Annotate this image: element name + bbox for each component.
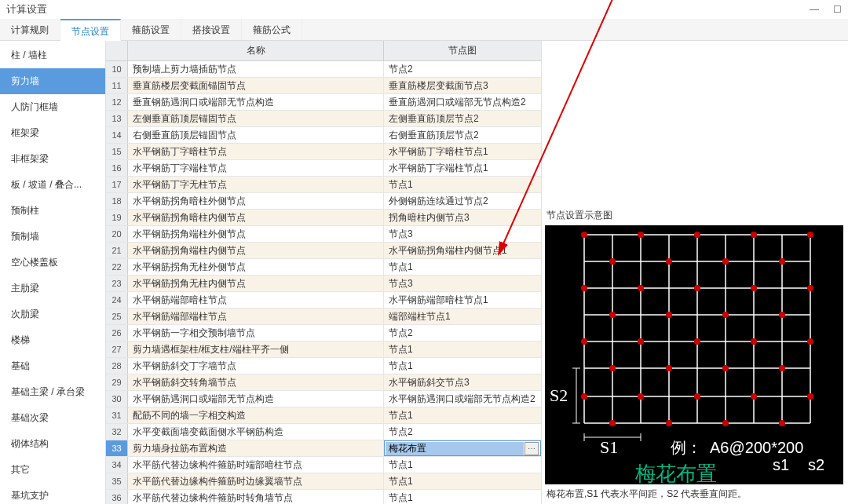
tab-4[interactable]: 箍筋公式	[242, 19, 302, 40]
row-node[interactable]: 水平钢筋遇洞口或端部无节点构造2	[384, 391, 541, 407]
table-row[interactable]: 26水平钢筋一字相交预制墙节点节点2	[106, 325, 541, 341]
row-node[interactable]: 节点1	[384, 341, 541, 357]
sidebar-item-4[interactable]: 非框架梁	[0, 146, 105, 172]
row-node[interactable]: 节点2	[384, 325, 541, 341]
row-node[interactable]: 节点1	[384, 490, 541, 504]
svg-point-38	[694, 338, 700, 345]
row-node[interactable]: 节点1	[384, 177, 541, 192]
table-row[interactable]: 36水平筋代替边缘构件箍筋时转角墙节点节点1	[106, 490, 541, 504]
table-row[interactable]: 30水平钢筋遇洞口或端部无节点构造水平钢筋遇洞口或端部无节点构造2	[106, 391, 541, 407]
sidebar-item-10[interactable]: 次肋梁	[0, 301, 105, 327]
table-row[interactable]: 14右侧垂直筋顶层锚固节点右侧垂直筋顶层节点2	[106, 127, 541, 144]
table-body[interactable]: 10预制墙上剪力墙插筋节点节点211垂直筋楼层变截面锚固节点垂直筋楼层变截面节点…	[106, 61, 541, 504]
sidebar-item-3[interactable]: 框架梁	[0, 120, 105, 146]
sidebar-item-6[interactable]: 预制柱	[0, 198, 105, 224]
row-node[interactable]: 水平钢筋拐角端柱内侧节点1	[384, 243, 541, 258]
row-name: 水平筋代替边缘构件箍筋时端部暗柱节点	[128, 457, 384, 473]
table-row[interactable]: 11垂直筋楼层变截面锚固节点垂直筋楼层变截面节点3	[106, 78, 541, 94]
sidebar-item-17[interactable]: 基坑支护	[0, 483, 105, 504]
sidebar-item-2[interactable]: 人防门框墙	[0, 94, 105, 120]
row-node[interactable]: 拐角暗柱内侧节点3	[384, 210, 541, 225]
row-node[interactable]: 垂直筋楼层变截面节点3	[384, 78, 541, 93]
row-node[interactable]: 右侧垂直筋顶层节点2	[384, 127, 541, 143]
row-node[interactable]: 节点1	[384, 358, 541, 374]
svg-point-35	[779, 312, 785, 318]
table-row[interactable]: 31配筋不同的墙一字相交构造节点1	[106, 407, 541, 424]
tab-0[interactable]: 计算规则	[0, 19, 60, 40]
row-node[interactable]: 节点2	[384, 424, 541, 440]
table-row[interactable]: 35水平筋代替边缘构件箍筋时边缘翼墙节点节点1	[106, 473, 541, 490]
row-node[interactable]: 水平钢筋斜交节点3	[384, 374, 541, 390]
node-input[interactable]	[386, 442, 524, 455]
row-node[interactable]: 节点1	[384, 259, 541, 275]
table-row[interactable]: 19水平钢筋拐角暗柱内侧节点拐角暗柱内侧节点3	[106, 210, 541, 226]
svg-point-26	[779, 258, 785, 265]
sidebar-item-15[interactable]: 砌体结构	[0, 431, 105, 457]
row-node[interactable]: 节点1	[384, 473, 541, 489]
svg-point-21	[751, 232, 757, 238]
row-number: 17	[106, 177, 128, 192]
sidebar-item-13[interactable]: 基础主梁 / 承台梁	[0, 379, 105, 405]
table-row[interactable]: 25水平钢筋端部端柱节点端部端柱节点1	[106, 309, 541, 325]
sidebar-item-14[interactable]: 基础次梁	[0, 405, 105, 431]
row-node[interactable]: 水平钢筋端部暗柱节点1	[384, 292, 541, 308]
sidebar-item-9[interactable]: 主肋梁	[0, 276, 105, 301]
row-number: 36	[106, 490, 128, 504]
row-node[interactable]: 节点1	[384, 457, 541, 473]
sidebar-item-5[interactable]: 板 / 坡道 / 叠合...	[0, 172, 105, 198]
label-big: 梅花布置	[634, 462, 717, 484]
svg-point-41	[609, 365, 616, 371]
table-row[interactable]: 22水平钢筋拐角无柱外侧节点节点1	[106, 259, 541, 276]
tab-1[interactable]: 节点设置	[60, 19, 121, 41]
table-row[interactable]: 18水平钢筋拐角暗柱外侧节点外侧钢筋连续通过节点2	[106, 193, 541, 210]
table-row[interactable]: 10预制墙上剪力墙插筋节点节点2	[106, 61, 541, 78]
row-name: 水平钢筋拐角无柱内侧节点	[128, 276, 384, 291]
maximize-icon[interactable]: ☐	[833, 4, 842, 15]
table-row[interactable]: 28水平钢筋斜交丁字墙节点节点1	[106, 358, 541, 374]
sidebar-item-0[interactable]: 柱 / 墙柱	[0, 42, 105, 68]
row-name: 水平钢筋斜交丁字墙节点	[128, 358, 384, 374]
tab-3[interactable]: 搭接设置	[181, 19, 242, 40]
table-row[interactable]: 12垂直钢筋遇洞口或端部无节点构造垂直筋遇洞口或端部无节点构造2	[106, 94, 541, 111]
row-name: 水平钢筋遇洞口或端部无节点构造	[128, 391, 384, 407]
sidebar-item-16[interactable]: 其它	[0, 457, 105, 483]
table-row[interactable]: 24水平钢筋端部暗柱节点水平钢筋端部暗柱节点1	[106, 292, 541, 309]
table-row[interactable]: 32水平变截面墙变截面侧水平钢筋构造节点2	[106, 424, 541, 440]
row-node[interactable]: 外侧钢筋连续通过节点2	[384, 193, 541, 209]
row-node[interactable]: 左侧垂直筋顶层节点2	[384, 111, 541, 126]
row-node[interactable]: 节点3	[384, 226, 541, 242]
row-node[interactable]: 节点1	[384, 407, 541, 423]
title-bar: 计算设置 — ☐	[0, 0, 848, 19]
table-row[interactable]: 20水平钢筋拐角端柱外侧节点节点3	[106, 226, 541, 243]
table-row[interactable]: 15水平钢筋丁字暗柱节点水平钢筋丁字暗柱节点1	[106, 144, 541, 160]
row-number: 25	[106, 309, 128, 324]
row-node[interactable]: 水平钢筋丁字端柱节点1	[384, 160, 541, 176]
sidebar-item-11[interactable]: 楼梯	[0, 327, 105, 353]
table-row[interactable]: 17水平钢筋丁字无柱节点节点1	[106, 177, 541, 193]
sidebar-item-12[interactable]: 基础	[0, 353, 105, 379]
table-row[interactable]: 13左侧垂直筋顶层锚固节点左侧垂直筋顶层节点2	[106, 111, 541, 127]
row-number: 24	[106, 292, 128, 308]
row-node[interactable]: 端部端柱节点1	[384, 309, 541, 324]
table-row[interactable]: 23水平钢筋拐角无柱内侧节点节点3	[106, 276, 541, 292]
table-row[interactable]: 34水平筋代替边缘构件箍筋时端部暗柱节点节点1	[106, 457, 541, 473]
row-name: 水平钢筋拐角暗柱内侧节点	[128, 210, 384, 225]
row-name: 左侧垂直筋顶层锚固节点	[128, 111, 384, 126]
sidebar-item-8[interactable]: 空心楼盖板	[0, 250, 105, 276]
table-row[interactable]: 33剪力墙身拉筋布置构造⋯	[106, 440, 541, 457]
table-row[interactable]: 27剪力墙遇框架柱/框支柱/端柱平齐一侧节点1	[106, 341, 541, 358]
row-node[interactable]: 节点3	[384, 276, 541, 291]
table-row[interactable]: 29水平钢筋斜交转角墙节点水平钢筋斜交节点3	[106, 374, 541, 391]
row-node[interactable]: ⋯	[384, 440, 541, 456]
col-number	[106, 41, 128, 60]
tab-2[interactable]: 箍筋设置	[121, 19, 181, 40]
sidebar-item-7[interactable]: 预制墙	[0, 224, 105, 250]
row-node[interactable]: 水平钢筋丁字暗柱节点1	[384, 144, 541, 159]
table-row[interactable]: 21水平钢筋拐角端柱内侧节点水平钢筋拐角端柱内侧节点1	[106, 243, 541, 259]
more-icon[interactable]: ⋯	[525, 442, 539, 455]
table-row[interactable]: 16水平钢筋丁字端柱节点水平钢筋丁字端柱节点1	[106, 160, 541, 177]
row-node[interactable]: 垂直筋遇洞口或端部无节点构造2	[384, 94, 541, 110]
row-node[interactable]: 节点2	[384, 61, 541, 77]
sidebar-item-1[interactable]: 剪力墙	[0, 68, 105, 94]
minimize-icon[interactable]: —	[810, 4, 819, 15]
